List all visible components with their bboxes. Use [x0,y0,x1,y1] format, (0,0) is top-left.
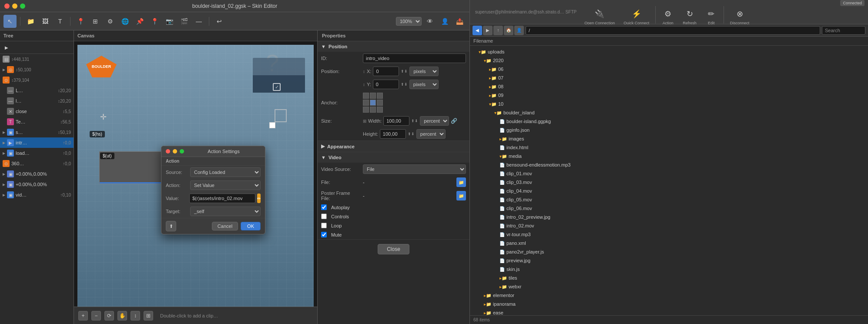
open-tool[interactable]: 📁 [24,15,37,28]
file-item[interactable]: 📄 intro_02_preview.jpg [470,213,868,221]
select-tool[interactable]: ↖ [3,15,17,28]
nav-icon-4[interactable]: 🏠 [504,26,513,35]
nav-icon-2[interactable]: ▶ [483,26,493,35]
file-item[interactable]: ▾📁 uploads [470,47,868,56]
tree-expand-btn[interactable]: ▶ [2,43,11,52]
file-item[interactable]: ▸📁 08 [470,82,868,91]
rotate-btn[interactable]: ⟳ [104,311,114,321]
x-unit-select[interactable]: pixels percent [409,67,439,76]
dialog-cancel-btn[interactable]: Cancel [212,222,238,230]
quick-connect-btn[interactable]: ⚡ Quick Connect [621,6,652,27]
nav-icon-5[interactable]: 👤 [514,26,524,35]
dialog-target-select[interactable]: _self [190,207,261,216]
file-item[interactable]: 📄 clip_06.mov [470,204,868,213]
loop-checkbox[interactable] [321,223,327,228]
anchor-mr[interactable] [377,100,383,106]
preview-btn[interactable]: 👁 [423,15,436,28]
text-tool[interactable]: T [54,15,67,28]
width-input[interactable] [383,116,409,126]
position-section-header[interactable]: ▼ Position [318,41,469,52]
poster-browse-btn[interactable]: 📁 [456,191,466,200]
y-unit-select[interactable]: pixels percent [409,80,439,89]
file-item[interactable]: 📄 gginfo.json [470,126,868,134]
dialog-edit-btn[interactable]: ✏ [257,194,261,203]
pan-btn[interactable]: ✋ [117,311,127,321]
canvas-crosshair[interactable]: ✛ [100,112,107,122]
video-section-header[interactable]: ▼ Video [318,152,469,163]
hotspot-tool[interactable]: 📍 [74,15,87,28]
tree-item[interactable]: ▤ ↕448,131 [0,54,74,64]
tree-item[interactable]: ▶ ▣ load… ↑0,0 [0,148,74,158]
file-item[interactable]: ▸📁 09 [470,91,868,100]
settings-tool[interactable]: ⚙ [104,15,117,28]
file-item[interactable]: 📄 clip_01.mov [470,169,868,178]
dialog-share-btn[interactable]: ⬆ [166,221,176,231]
anchor-ml[interactable] [363,100,369,106]
anchor-br[interactable] [377,107,383,113]
maximize-button[interactable] [20,3,25,9]
dialog-close[interactable] [166,149,170,154]
image-tool[interactable]: 🖼 [39,15,52,28]
dialog-ok-btn[interactable]: OK [241,222,261,230]
file-item[interactable]: ▸📁 ipanorama [470,300,868,308]
tree-item[interactable]: ▶ ▣ s… ↕50,19 [0,127,74,137]
globe-tool[interactable]: 🌐 [118,15,131,28]
refresh-btn[interactable]: ↻ Refresh [680,6,699,27]
appearance-section-header[interactable]: ▶ Appearance [318,141,469,152]
link-icon[interactable]: 🔗 [451,118,457,124]
height-unit-select[interactable]: percent pixels [416,129,446,139]
file-item[interactable]: ▾📁 boulder_island [470,108,868,117]
file-item[interactable]: 📄 clip_05.mov [470,195,868,204]
tree-item[interactable]: ⊙ 360… ↑0,0 [0,158,74,169]
file-item[interactable]: 📄 pano.xml [470,239,868,247]
properties-close-btn[interactable]: Close [378,244,409,254]
undo-btn[interactable]: ↩ [213,15,226,28]
tree-item-selected[interactable]: ▶ ▶ intr… ↑0,0 [0,137,74,148]
ssh-path-input[interactable] [526,26,820,35]
id-input[interactable] [363,53,466,63]
edit-btn[interactable]: ✏ Edit [703,6,720,27]
close-button[interactable] [4,3,10,9]
zoom-select[interactable]: 100% 75% 50% 150% [396,17,422,26]
tree-item[interactable]: ▶ ▣ +0.00%,0.00% [0,179,74,190]
grid-tool[interactable]: ⊞ [89,15,102,28]
file-item[interactable]: ▸📁 webxr [470,282,868,291]
file-item[interactable]: 📄 boulder-island.ggpkg [470,117,868,126]
file-item[interactable]: 📄 pano2vr_player.js [470,247,868,256]
file-item[interactable]: 📄 clip_03.mov [470,178,868,187]
tree-item[interactable]: ▶ ▣ vid… ↑0,10 [0,190,74,200]
mute-checkbox[interactable] [321,232,327,237]
action-btn[interactable]: ⚙ Action [659,6,677,27]
anchor-bc[interactable] [370,107,376,113]
controls-checkbox[interactable] [321,214,327,219]
file-item[interactable]: 📄 skin.js [470,265,868,274]
file-item[interactable]: 📄 preview.jpg [470,256,868,265]
file-item[interactable]: ▸📁 07 [470,73,868,82]
dialog-minimize[interactable] [173,149,177,154]
dialog-source-select[interactable]: Config Loaded [190,167,261,177]
tree-item[interactable]: ▶ ▣ +0.00%,0.00% [0,169,74,179]
tree-item[interactable]: ⊙ ↕379,104 [0,75,74,85]
anchor-bl[interactable] [363,107,369,113]
tree-item[interactable]: T Te… ↕56,5 [0,117,74,127]
y-input[interactable] [373,80,399,89]
nav-icon-1[interactable]: ◀ [473,26,482,35]
file-item[interactable]: ▾📁 10 [470,100,868,108]
ssh-search-input[interactable] [822,26,865,35]
open-connection-btn[interactable]: 🔌 Open Connection [582,6,617,27]
width-unit-select[interactable]: percent pixels [420,116,449,126]
dialog-maximize[interactable] [180,149,184,154]
move-btn[interactable]: ↕ [131,311,140,321]
photo-tool[interactable]: 📷 [163,15,176,28]
zoom-in-btn[interactable]: + [78,311,88,321]
anchor-tl[interactable] [363,93,369,99]
user-btn[interactable]: 👤 [438,15,451,28]
minus-tool[interactable]: — [192,15,205,28]
file-browse-btn[interactable]: 📁 [456,177,466,187]
tree-item[interactable]: — l… ↕20,20 [0,96,74,106]
tree-item[interactable]: ▶ ◎ ↕50,100 [0,64,74,75]
export-btn[interactable]: 📤 [453,15,466,28]
file-item[interactable]: 📄 intro_02.mov [470,221,868,230]
file-item[interactable]: ▸📁 tiles [470,274,868,282]
file-item[interactable]: ▸📁 elementor [470,291,868,300]
